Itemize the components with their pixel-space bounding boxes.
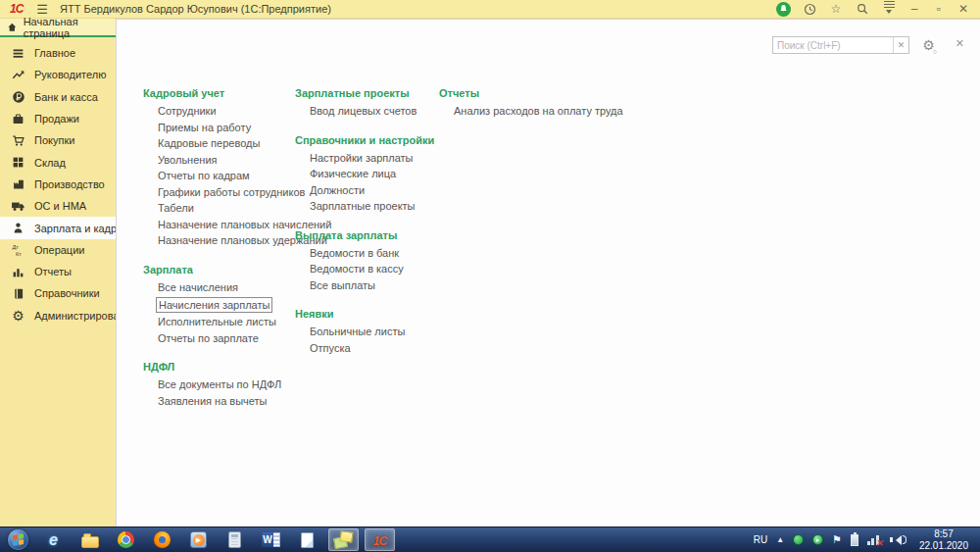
menu-section: Справочники и настройкиНастройки зарплат… [295, 134, 442, 215]
menu-section-title[interactable]: Выплата зарплаты [295, 229, 442, 241]
factory-icon [11, 176, 25, 191]
menu-item[interactable]: Начисления зарплаты [156, 297, 272, 313]
maximize-button[interactable]: ▫ [932, 2, 946, 16]
sidebar-item-bank[interactable]: Банк и касса [0, 86, 116, 108]
action-center-flag-icon[interactable]: ⚑ [832, 533, 842, 546]
sidebar-item-payroll-hr[interactable]: Зарплата и кадры [0, 217, 116, 238]
close-button[interactable]: ✕ [956, 2, 970, 16]
menu-item[interactable]: Приемы на работу [143, 120, 308, 136]
sidebar-item-manager-label: Руководителю [34, 69, 106, 80]
sidebar-item-operations[interactable]: ДтКтОперации [0, 239, 116, 261]
panel-close-icon[interactable]: ✕ [956, 37, 964, 50]
menu-settings-gear-icon[interactable]: ⚙○ [922, 36, 939, 57]
menu-item[interactable]: Отпуска [295, 340, 442, 357]
menu-section-title[interactable]: Неявки [295, 308, 442, 320]
taskbar-word[interactable]: W [256, 528, 286, 551]
menu-item[interactable]: Отчеты по зарплате [143, 330, 308, 347]
gear-icon: ⚙ [11, 308, 25, 323]
menu-item[interactable]: Табели [143, 200, 308, 217]
menu-section-title[interactable]: Зарплатные проекты [295, 87, 442, 99]
service-menu-icon[interactable] [881, 1, 897, 17]
menu-item[interactable]: Сотрудники [143, 103, 308, 120]
sidebar-item-administration[interactable]: ⚙Администрирование [0, 305, 116, 326]
menu-item[interactable]: Ввод лицевых счетов [295, 103, 442, 120]
menu-column-3: ОтчетыАнализ расходов на оплату труда [439, 87, 635, 134]
main-row: Начальная страница ГлавноеРуководителюБа… [0, 19, 980, 527]
sidebar-item-main[interactable]: Главное [0, 42, 116, 64]
windows-logo-icon [13, 533, 24, 546]
sidebar-item-main-label: Главное [34, 47, 75, 59]
windows-taskbar: e▶W1С RU ▲ ▸ ⚑ ✕ 8:57 22.01.2020 [0, 527, 980, 552]
tab-home-page[interactable]: Начальная страница [0, 19, 116, 37]
menu-item[interactable]: Больничные листы [295, 324, 442, 340]
discussions-icon[interactable] [776, 2, 791, 17]
menu-item[interactable]: Ведомости в кассу [295, 261, 442, 277]
menu-item[interactable]: Зарплатные проекты [295, 198, 442, 215]
battery-icon[interactable] [851, 534, 858, 546]
onec-icon: 1С [373, 531, 386, 549]
menu-item[interactable]: Все документы по НДФЛ [143, 376, 308, 393]
menu-item[interactable]: Графики работы сотрудников [143, 184, 308, 201]
menu-section-title[interactable]: Зарплата [143, 264, 308, 276]
taskbar-calculator[interactable] [220, 528, 250, 551]
menu-item[interactable]: Отчеты по кадрам [143, 168, 308, 184]
calculator-icon [228, 531, 241, 548]
taskbar-clock[interactable]: 8:57 22.01.2020 [915, 528, 972, 552]
taskbar-firefox[interactable] [147, 528, 177, 551]
search-input[interactable] [773, 37, 893, 53]
person-icon [11, 221, 25, 235]
menu-section-title[interactable]: НДФЛ [143, 361, 308, 373]
menu-item[interactable]: Ведомости в банк [295, 245, 442, 262]
desktop: 1С ☰ ЯТТ Бердикулов Сардор Юсупович (1С:… [0, 0, 980, 552]
taskbar-chrome[interactable] [111, 528, 141, 551]
menu-item[interactable]: Все начисления [143, 279, 308, 296]
menu-item[interactable]: Все выплаты [295, 277, 442, 294]
menu-section-title[interactable]: Кадровый учет [143, 87, 308, 99]
menu-item[interactable]: Заявления на вычеты [143, 393, 308, 410]
taskbar-ie[interactable]: e [38, 528, 69, 551]
start-button[interactable] [8, 529, 28, 550]
taskbar-sticky-notes[interactable] [328, 528, 359, 551]
sidebar-item-operations-label: Операции [34, 244, 84, 256]
menu-item[interactable]: Кадровые переводы [143, 135, 308, 152]
taskbar-media-player[interactable]: ▶ [183, 528, 214, 551]
sidebar-item-warehouse[interactable]: Склад [0, 151, 116, 173]
bar-chart-icon [11, 265, 25, 279]
menu-section-title[interactable]: Отчеты [439, 87, 635, 99]
sidebar-item-manager[interactable]: Руководителю [0, 64, 116, 85]
search-clear-icon[interactable]: ✕ [893, 37, 908, 53]
network-offline-icon[interactable]: ✕ [867, 533, 881, 546]
sidebar-item-purchases[interactable]: Покупки [0, 129, 116, 151]
menu-section-title[interactable]: Справочники и настройки [295, 134, 442, 146]
menu-item[interactable]: Назначение плановых удержаний [143, 232, 308, 249]
agent-status-icon[interactable] [793, 534, 804, 545]
minimize-button[interactable]: – [907, 2, 921, 16]
sidebar-item-fixed-assets[interactable]: ОС и НМА [0, 195, 116, 217]
history-icon[interactable] [802, 1, 817, 17]
language-indicator[interactable]: RU [754, 534, 767, 545]
volume-icon[interactable] [890, 535, 906, 545]
sidebar-item-sales[interactable]: Продажи [0, 108, 116, 129]
menu-item[interactable]: Назначение плановых начислений [143, 217, 308, 233]
hidden-icons-arrow-icon[interactable]: ▲ [776, 535, 784, 544]
svg-text:Кт: Кт [16, 251, 22, 257]
sidebar-item-production[interactable]: Производство [0, 174, 116, 195]
menu-item[interactable]: Должности [295, 182, 442, 199]
clock-date: 22.01.2020 [919, 540, 968, 552]
sidebar-item-reports[interactable]: Отчеты [0, 261, 116, 282]
sidebar-item-fixed-assets-label: ОС и НМА [34, 200, 86, 212]
agent-update-icon[interactable]: ▸ [812, 534, 823, 545]
sidebar-item-reports-label: Отчеты [34, 266, 72, 277]
sidebar-item-directories[interactable]: Справочники [0, 282, 116, 304]
taskbar-explorer[interactable] [74, 528, 105, 551]
menu-item[interactable]: Увольнения [143, 152, 308, 169]
menu-item[interactable]: Настройки зарплаты [295, 150, 442, 167]
global-search-icon[interactable] [855, 1, 870, 17]
taskbar-1c[interactable]: 1С [365, 528, 395, 551]
menu-item[interactable]: Анализ расходов на оплату труда [439, 103, 635, 120]
favorites-star-icon[interactable]: ☆ [828, 1, 844, 17]
hamburger-menu-icon[interactable]: ☰ [36, 3, 48, 16]
menu-item[interactable]: Физические лица [295, 166, 442, 182]
menu-item[interactable]: Исполнительные листы [143, 314, 308, 330]
taskbar-notepad[interactable] [292, 528, 322, 551]
